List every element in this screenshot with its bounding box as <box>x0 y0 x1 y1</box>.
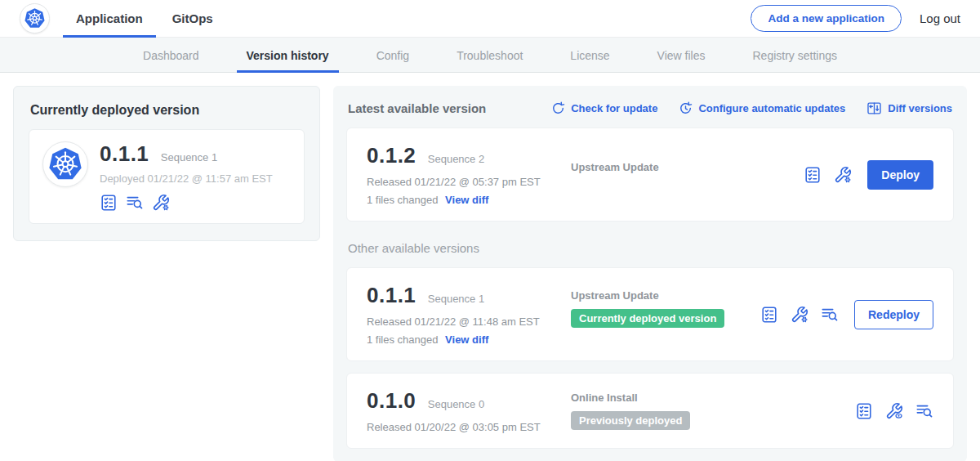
diff-versions-link[interactable]: Diff versions <box>866 101 952 116</box>
released-timestamp: Released 01/20/22 @ 03:05 pm EST <box>367 421 571 433</box>
version-card-012: 0.1.2 Sequence 2 Released 01/21/22 @ 05:… <box>346 128 954 222</box>
latest-available-title: Latest available version <box>348 101 486 115</box>
version-number: 0.1.2 <box>367 143 416 168</box>
deployed-sequence: Sequence 1 <box>161 151 217 163</box>
nav-tab-troubleshoot[interactable]: Troubleshoot <box>457 38 523 73</box>
preflight-checklist-icon[interactable] <box>804 166 822 184</box>
app-logo[interactable] <box>20 3 50 34</box>
version-source: Upstream Update <box>571 161 804 173</box>
tab-application-label: Application <box>76 11 143 25</box>
app-subnav: Dashboard Version history Config Trouble… <box>0 38 980 73</box>
edit-config-wrench-gear-icon[interactable] <box>152 194 170 212</box>
view-diff-link[interactable]: View diff <box>445 333 488 346</box>
currently-deployed-card: Currently deployed version 0.1.1 Sequenc… <box>13 86 320 241</box>
view-diff-link[interactable]: View diff <box>445 194 488 206</box>
app-icon <box>42 141 88 187</box>
edit-config-wrench-gear-icon[interactable] <box>834 166 852 184</box>
nav-tab-view-files[interactable]: View files <box>657 38 706 73</box>
currently-deployed-badge: Currently deployed version <box>571 309 724 328</box>
preflight-checklist-icon[interactable] <box>855 402 873 420</box>
currently-deployed-title: Currently deployed version <box>30 103 305 118</box>
check-for-update-link[interactable]: Check for update <box>551 101 657 115</box>
refresh-icon <box>551 101 565 115</box>
nav-tab-dashboard[interactable]: Dashboard <box>143 38 199 73</box>
deployed-timestamp: Deployed 01/21/22 @ 11:57 am EST <box>100 172 273 185</box>
tab-application[interactable]: Application <box>76 0 143 38</box>
tab-gitops[interactable]: GitOps <box>172 0 213 38</box>
view-config-wrench-eye-icon[interactable] <box>885 402 903 420</box>
kubernetes-logo-icon <box>24 7 46 29</box>
other-versions-title: Other available versions <box>348 241 952 255</box>
redeploy-button[interactable]: Redeploy <box>854 300 933 329</box>
nav-tab-version-history[interactable]: Version history <box>247 38 329 73</box>
version-source: Online Install <box>571 392 855 404</box>
files-changed-label: 1 files changed <box>367 194 438 206</box>
deployed-version-card: 0.1.1 Sequence 1 Deployed 01/21/22 @ 11:… <box>29 129 305 224</box>
diff-table-icon <box>866 101 882 116</box>
schedule-refresh-icon <box>679 101 693 115</box>
nav-tab-registry-settings[interactable]: Registry settings <box>753 38 837 73</box>
logout-link[interactable]: Log out <box>920 11 960 25</box>
deploy-button[interactable]: Deploy <box>867 160 933 190</box>
version-number: 0.1.0 <box>367 388 416 413</box>
release-notes-icon[interactable] <box>915 402 933 420</box>
files-changed-label: 1 files changed <box>367 333 438 346</box>
released-timestamp: Released 01/21/22 @ 11:48 am EST <box>367 316 571 328</box>
preflight-checklist-icon[interactable] <box>100 194 118 212</box>
previously-deployed-badge: Previously deployed <box>571 411 690 430</box>
add-application-button[interactable]: Add a new application <box>751 5 902 32</box>
version-card-011: 0.1.1 Sequence 1 Released 01/21/22 @ 11:… <box>346 267 954 361</box>
nav-tab-config[interactable]: Config <box>376 38 409 73</box>
version-sequence: Sequence 1 <box>428 293 484 305</box>
nav-tab-license[interactable]: License <box>570 38 609 73</box>
deployed-version-number: 0.1.1 <box>100 141 149 166</box>
preflight-checklist-icon[interactable] <box>760 306 778 324</box>
version-sequence: Sequence 2 <box>428 153 484 165</box>
version-sequence: Sequence 0 <box>428 398 484 410</box>
released-timestamp: Released 01/21/22 @ 05:37 pm EST <box>367 176 571 188</box>
kubernetes-logo-icon <box>47 146 83 182</box>
version-history-panel: Latest available version Check for updat… <box>333 86 967 461</box>
version-card-010: 0.1.0 Sequence 0 Released 01/20/22 @ 03:… <box>346 373 954 449</box>
version-number: 0.1.1 <box>367 283 416 307</box>
release-notes-icon[interactable] <box>126 194 144 212</box>
topbar: Application GitOps Add a new application… <box>0 0 980 38</box>
release-notes-icon[interactable] <box>821 306 839 324</box>
version-source: Upstream Update <box>571 289 760 302</box>
edit-config-wrench-gear-icon[interactable] <box>791 306 808 324</box>
configure-automatic-updates-link[interactable]: Configure automatic updates <box>679 101 845 115</box>
tab-gitops-label: GitOps <box>172 11 213 25</box>
